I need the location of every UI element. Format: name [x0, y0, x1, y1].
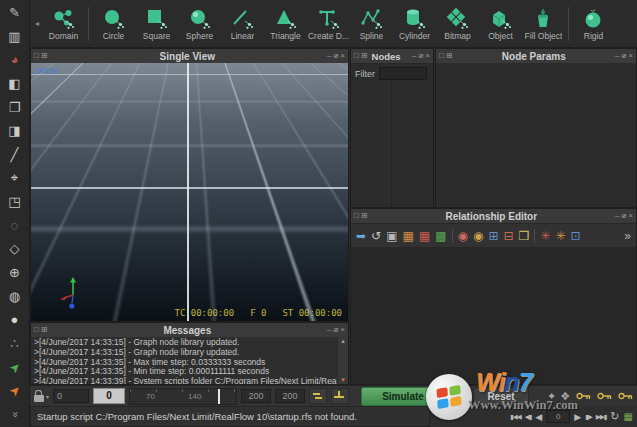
- points-icon[interactable]: ∴: [3, 333, 27, 354]
- minimize-icon[interactable]: –: [615, 212, 619, 220]
- play-backward-button[interactable]: ◀: [535, 412, 542, 422]
- timeline-scrubber[interactable]: 70 140: [129, 388, 237, 405]
- float-panel-icon[interactable]: □: [34, 52, 39, 60]
- toolbar-item-domain[interactable]: Domain: [42, 7, 85, 41]
- pencil-tool-icon[interactable]: ╱: [3, 144, 27, 165]
- next-key-icon[interactable]: [597, 391, 612, 401]
- undo-icon[interactable]: ↺: [371, 230, 381, 242]
- toolbar-item-bitmap[interactable]: Bitmap: [436, 7, 479, 41]
- unlink-icon[interactable]: ✳: [555, 230, 565, 242]
- playbar-options-icon[interactable]: [331, 388, 349, 404]
- messages-scrollbar[interactable]: ▲ ▼: [337, 337, 348, 384]
- knife-tool-icon[interactable]: ✎: [3, 2, 27, 23]
- toolbar-item-fill-object[interactable]: Fill Object: [522, 7, 565, 41]
- range-start-field[interactable]: 0: [53, 389, 89, 403]
- dock-panel-icon[interactable]: ⊞: [361, 52, 368, 60]
- dotted-sphere-icon[interactable]: ◌: [3, 215, 27, 236]
- close-icon[interactable]: ×: [628, 212, 633, 220]
- emitter-reset-icon[interactable]: ▥: [3, 26, 27, 47]
- minimize-icon[interactable]: –: [327, 326, 331, 334]
- nodes-header[interactable]: □ ⊞ Nodes – ⌀ ×: [351, 49, 433, 64]
- toolbar-item-sphere[interactable]: Sphere: [178, 7, 221, 41]
- nodes-list[interactable]: [351, 81, 433, 207]
- timeline-playhead[interactable]: [218, 389, 220, 404]
- playback-end-field[interactable]: 200: [275, 389, 305, 403]
- toolbar-item-object[interactable]: Object: [479, 7, 522, 41]
- filter-input[interactable]: [379, 67, 427, 80]
- wire-sphere-icon[interactable]: ⊕: [3, 262, 27, 283]
- timeline-lock-button[interactable]: ▾: [34, 391, 49, 402]
- fluid-ball-icon[interactable]: ◕: [3, 49, 27, 70]
- viewport-3d[interactable]: persp TC 00:00:00 F 0 ST 00:00:00: [31, 63, 348, 321]
- flat-sphere-icon[interactable]: ●: [3, 309, 27, 330]
- reset-button[interactable]: Reset: [473, 387, 529, 406]
- delete-node-icon[interactable]: ▩: [435, 230, 446, 242]
- step-forward-button[interactable]: ▮▶: [585, 413, 592, 421]
- restore-icon[interactable]: ⌀: [334, 326, 339, 334]
- range-end-field[interactable]: 200: [241, 389, 271, 403]
- minimize-icon[interactable]: –: [327, 52, 331, 60]
- restore-icon[interactable]: ⌀: [419, 52, 424, 60]
- dock-panel-icon[interactable]: ⊞: [446, 52, 453, 60]
- node-params-header[interactable]: □ ⊞ Node Params – ⌀ ×: [436, 49, 636, 64]
- key-menu-icon[interactable]: [618, 391, 633, 401]
- scroll-down-icon[interactable]: ▼: [340, 376, 346, 384]
- axes-tool-icon[interactable]: ⌖: [3, 167, 27, 188]
- toolbar-item-create-daemon[interactable]: Create D...: [307, 7, 350, 41]
- dock-panel-icon[interactable]: ⊞: [41, 326, 48, 334]
- restore-icon[interactable]: ⌀: [334, 52, 339, 60]
- play-button[interactable]: ▶: [574, 412, 581, 422]
- link-icon[interactable]: ✳: [540, 230, 550, 242]
- copy-nodes-icon[interactable]: ❐: [3, 97, 27, 118]
- toolbar-item-circle[interactable]: Circle: [92, 7, 135, 41]
- current-frame-field[interactable]: 0: [93, 388, 125, 404]
- zoom-out-icon[interactable]: ◉: [473, 230, 483, 242]
- set-key-icon[interactable]: [576, 391, 591, 401]
- shaded-sphere-icon[interactable]: ◍: [3, 286, 27, 307]
- zoom-in-icon[interactable]: ◉: [458, 230, 468, 242]
- wire-cube-icon[interactable]: ◇: [3, 238, 27, 259]
- group-icon[interactable]: ⊡: [570, 230, 580, 242]
- dock-panel-icon[interactable]: ⊞: [41, 52, 48, 60]
- toolbar-item-linear[interactable]: Linear: [221, 7, 264, 41]
- toolbar-item-triangle[interactable]: Triangle: [264, 7, 307, 41]
- float-panel-icon[interactable]: □: [354, 52, 359, 60]
- export-image-icon[interactable]: ▣: [386, 230, 397, 242]
- close-icon[interactable]: ×: [340, 52, 345, 60]
- open-graph-icon[interactable]: ➥: [356, 230, 366, 242]
- hide-nodes-icon[interactable]: ▦: [402, 230, 413, 242]
- toolbar-scroll-left-icon[interactable]: ◂: [32, 19, 42, 28]
- folder-icon[interactable]: ❐: [519, 230, 530, 242]
- relationship-editor-canvas[interactable]: [351, 247, 636, 384]
- step-back-button[interactable]: ◀▮: [525, 413, 532, 421]
- close-icon[interactable]: ×: [628, 52, 633, 60]
- toolbar-item-spline[interactable]: Spline: [350, 7, 393, 41]
- dock-panel-icon[interactable]: ⊞: [361, 212, 368, 220]
- simulate-button[interactable]: Simulate ▼: [361, 387, 459, 406]
- minimize-icon[interactable]: –: [412, 52, 416, 60]
- go-to-start-button[interactable]: ▮◀◀: [510, 413, 521, 421]
- single-view-header[interactable]: □ ⊞ Single View – ⌀ ×: [31, 49, 348, 64]
- restore-icon[interactable]: ⌀: [622, 212, 627, 220]
- loop-icon[interactable]: ↻: [610, 410, 619, 423]
- float-panel-icon[interactable]: □: [439, 52, 444, 60]
- close-icon[interactable]: ×: [425, 52, 430, 60]
- toolbar-item-rigid[interactable]: Rigid: [572, 7, 615, 41]
- bbox-mode-icon[interactable]: ◳: [3, 191, 27, 212]
- curve-editor-icon[interactable]: ▦: [624, 411, 633, 422]
- timeline-options-icon[interactable]: [309, 388, 327, 404]
- scroll-up-icon[interactable]: ▲: [340, 337, 346, 345]
- collapse-icon[interactable]: »: [4, 402, 25, 426]
- transport-frame-field[interactable]: 0: [546, 410, 570, 423]
- go-to-end-button[interactable]: ▶▶▮: [596, 413, 607, 421]
- import-box-icon[interactable]: ◨: [3, 120, 27, 141]
- restore-icon[interactable]: ⌀: [622, 52, 627, 60]
- graph-options-icon[interactable]: ❖: [560, 390, 570, 403]
- export-central-icon[interactable]: ◧: [3, 73, 27, 94]
- float-panel-icon[interactable]: □: [34, 326, 39, 334]
- chevron-down-icon[interactable]: ▼: [444, 393, 458, 399]
- messages-header[interactable]: □ ⊞ Messages – ⌀ ×: [31, 323, 348, 338]
- toolbar-item-square[interactable]: Square: [135, 7, 178, 41]
- relationship-editor-header[interactable]: □ ⊞ Relationship Editor – ⌀ ×: [351, 209, 636, 224]
- minimize-icon[interactable]: –: [615, 52, 619, 60]
